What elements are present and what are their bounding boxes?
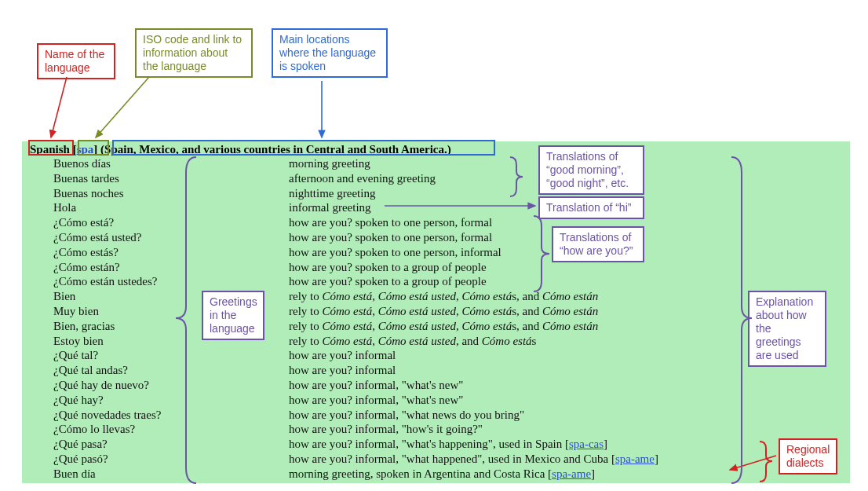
callout-hi: Translation of “hi” <box>538 196 644 219</box>
italic-phrase: Cómo están <box>542 290 598 302</box>
hl-iso-code <box>78 140 109 156</box>
italic-phrase: Cómo está <box>323 320 373 332</box>
greeting-row: Muy bienrely to Cómo está, Cómo está ust… <box>53 304 842 319</box>
hl-language-name <box>28 140 74 156</box>
greeting-row: ¿Qué pasa?how are you? informal, "what's… <box>53 437 842 452</box>
language-entry-panel: Spanish [spa] (Spain, Mexico, and variou… <box>22 141 850 483</box>
callout-iso-code: ISO code and link to information about t… <box>135 28 253 78</box>
callout-greetings: Greetings in the language <box>202 291 264 340</box>
greeting-row: Estoy bienrely to Cómo está, Cómo está u… <box>53 334 842 349</box>
callout-text: Translations of “good morning”, “good ni… <box>546 150 629 189</box>
callout-good-morning: Translations of “good morning”, “good ni… <box>538 145 644 195</box>
greeting-cell: ¿Cómo está usted? <box>53 230 289 245</box>
greeting-cell: ¿Cómo están? <box>53 260 289 275</box>
greeting-cell: Buen día <box>53 467 289 482</box>
greeting-cell: ¿Qué tal andas? <box>53 363 289 378</box>
callout-text: ISO code and link to information about t… <box>143 33 242 72</box>
description-cell: afternoon and evening greeting <box>289 171 436 186</box>
callout-text: Regional dialects <box>786 443 830 469</box>
italic-phrase: Cómo está usted <box>378 290 456 302</box>
greeting-cell: ¿Qué novedades traes? <box>53 408 289 423</box>
callout-how-are-you: Translations of “how are you?” <box>552 226 644 262</box>
callout-text: Name of the language <box>45 48 104 74</box>
greeting-cell: ¿Qué hay? <box>53 393 289 408</box>
greeting-row: ¿Cómo estás?how are you? spoken to one p… <box>53 245 842 260</box>
description-cell: how are you? spoken to a group of people <box>289 274 487 289</box>
description-cell: how are you? informal <box>289 363 396 378</box>
italic-phrase: Cómo está <box>323 305 373 317</box>
greeting-rows: Buenos díasmorning greetingBuenas tardes… <box>22 156 850 482</box>
italic-phrase: Cómo están <box>542 320 598 332</box>
greeting-row: ¿Cómo están ustedes?how are you? spoken … <box>53 274 842 289</box>
greeting-cell: ¿Qué hay de nuevo? <box>53 378 289 393</box>
callout-dialects: Regional dialects <box>779 438 837 475</box>
italic-phrase: Cómo está <box>461 305 512 317</box>
svg-line-1 <box>96 77 149 137</box>
greeting-row: ¿Qué hay?how are you? informal, "what's … <box>53 393 842 408</box>
greeting-row: Buenos díasmorning greeting <box>53 156 842 171</box>
greeting-cell: Hola <box>53 200 289 215</box>
description-cell: how are you? informal, "what's new" <box>289 378 463 393</box>
description-cell: rely to Cómo está, Cómo está usted, Cómo… <box>289 319 598 334</box>
callout-text: Explanation about how the greetings are … <box>756 295 813 361</box>
greeting-row: Buenas nochesnighttime greeting <box>53 186 842 201</box>
description-cell: informal greeting <box>289 200 371 215</box>
description-cell: how are you? informal, "what's happening… <box>289 437 607 452</box>
italic-phrase: Cómo están <box>542 305 598 317</box>
greeting-row: ¿Cómo están?how are you? spoken to a gro… <box>53 260 842 275</box>
description-cell: morning greeting, spoken in Argentina an… <box>289 467 595 482</box>
dialect-link[interactable]: spa-ame <box>552 467 591 480</box>
callout-text: Greetings in the language <box>210 295 257 335</box>
greeting-cell: Buenas noches <box>53 186 289 201</box>
description-cell: nighttime greeting <box>289 186 375 201</box>
greeting-row: ¿Cómo está?how are you? spoken to one pe… <box>53 215 842 230</box>
description-cell: how are you? informal, "what happened", … <box>289 452 658 467</box>
greeting-row: ¿Cómo lo llevas?how are you? informal, "… <box>53 422 842 437</box>
italic-phrase: Cómo está <box>323 335 373 347</box>
greeting-cell: ¿Cómo están ustedes? <box>53 274 289 289</box>
description-cell: how are you? spoken to a group of people <box>289 260 487 275</box>
description-cell: morning greeting <box>289 156 370 171</box>
greeting-row: ¿Qué novedades traes?how are you? inform… <box>53 408 842 423</box>
hl-locations <box>112 140 495 156</box>
greeting-cell: ¿Qué pasa? <box>53 437 289 452</box>
callout-text: Translation of “hi” <box>546 201 631 214</box>
description-cell: how are you? spoken to one person, infor… <box>289 245 501 260</box>
description-cell: rely to Cómo está, Cómo está usted, and … <box>289 334 536 349</box>
greeting-cell: ¿Cómo lo llevas? <box>53 422 289 437</box>
greeting-row: Bienrely to Cómo está, Cómo está usted, … <box>53 289 842 304</box>
callout-text: Main locations where the language is spo… <box>279 33 376 72</box>
greeting-cell: ¿Qué pasó? <box>53 452 289 467</box>
greeting-row: Bien, graciasrely to Cómo está, Cómo est… <box>53 319 842 334</box>
callout-text: Translations of “how are you?” <box>560 231 633 257</box>
description-cell: how are you? spoken to one person, forma… <box>289 230 492 245</box>
italic-phrase: Cómo está <box>461 320 512 332</box>
callout-explanation: Explanation about how the greetings are … <box>748 291 826 367</box>
svg-line-0 <box>51 77 67 137</box>
description-cell: how are you? spoken to one person, forma… <box>289 215 492 230</box>
dialect-link[interactable]: spa-ame <box>615 453 655 465</box>
callout-language-name: Name of the language <box>37 43 115 79</box>
greeting-cell: ¿Qué tal? <box>53 348 289 363</box>
greeting-row: ¿Qué pasó?how are you? informal, "what h… <box>53 452 842 467</box>
description-cell: how are you? informal, "what's new" <box>289 393 463 408</box>
greeting-row: Holainformal greeting <box>53 200 842 215</box>
italic-phrase: Cómo está <box>482 335 532 347</box>
description-cell: rely to Cómo está, Cómo está usted, Cómo… <box>289 304 598 319</box>
greeting-cell: Buenas tardes <box>53 171 289 186</box>
description-cell: how are you? informal, "what news do you… <box>289 408 524 423</box>
greeting-row: ¿Qué hay de nuevo?how are you? informal,… <box>53 378 842 393</box>
greeting-row: ¿Cómo está usted?how are you? spoken to … <box>53 230 842 245</box>
italic-phrase: Cómo está usted <box>378 335 456 347</box>
greeting-cell: Buenos días <box>53 156 289 171</box>
description-cell: rely to Cómo está, Cómo está usted, Cómo… <box>289 289 598 304</box>
description-cell: how are you? informal, "how's it going?" <box>289 422 483 437</box>
italic-phrase: Cómo está usted <box>378 320 456 332</box>
greeting-row: Buen díamorning greeting, spoken in Arge… <box>53 467 842 482</box>
dialect-link[interactable]: spa-cas <box>569 438 604 450</box>
italic-phrase: Cómo está <box>323 290 373 302</box>
italic-phrase: Cómo está usted <box>378 305 456 317</box>
italic-phrase: Cómo está <box>461 290 512 302</box>
greeting-row: ¿Qué tal andas?how are you? informal <box>53 363 842 378</box>
greeting-row: ¿Qué tal?how are you? informal <box>53 348 842 363</box>
